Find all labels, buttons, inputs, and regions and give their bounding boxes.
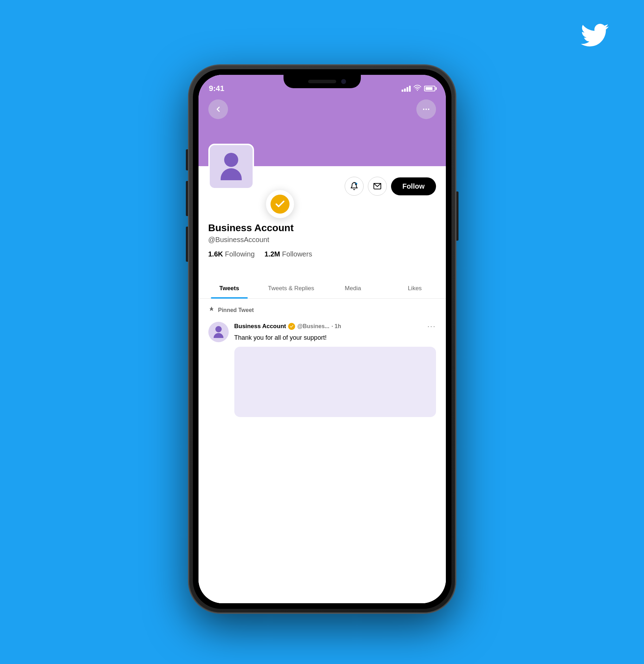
follow-button[interactable]: Follow <box>391 177 436 195</box>
more-options-button[interactable] <box>416 99 436 119</box>
verified-badge <box>271 195 290 214</box>
pinned-tweet-label: Pinned Tweet <box>199 300 446 318</box>
status-icons <box>402 85 435 93</box>
profile-name-row: Business Account <box>208 222 436 234</box>
header-nav <box>199 99 446 119</box>
tweet-verified-badge <box>288 323 295 330</box>
tweet-author-name: Business Account <box>234 323 286 330</box>
signal-bar-3 <box>406 87 408 92</box>
verified-circle <box>266 190 294 218</box>
signal-bar-1 <box>402 90 403 92</box>
profile-name: Business Account <box>208 222 294 234</box>
avatar-person-icon <box>221 153 242 180</box>
profile-tabs: Tweets Tweets & Replies Media Likes <box>199 279 446 299</box>
tab-media[interactable]: Media <box>322 279 384 298</box>
profile-info: Business Account @BusinessAccount 1.6K F… <box>208 222 436 258</box>
tweets-section: Pinned Tweet <box>199 300 446 603</box>
pinned-label-text: Pinned Tweet <box>218 307 254 313</box>
profile-avatar <box>208 144 254 189</box>
signal-icon <box>402 85 411 92</box>
tweet-handle: @Busines... <box>297 323 329 330</box>
tweet-image <box>234 347 436 417</box>
following-label: Following <box>225 250 254 258</box>
tweet-avatar-body <box>214 333 223 338</box>
followers-label: Followers <box>282 250 312 258</box>
tab-likes[interactable]: Likes <box>384 279 446 298</box>
svg-point-0 <box>417 90 418 91</box>
tweet-content: Business Account @Busines... · 1h <box>234 322 436 417</box>
tweet-text: Thank you for all of your support! <box>234 333 436 343</box>
tweet-avatar-person <box>214 326 223 338</box>
phone-inner: 9:41 <box>193 69 451 609</box>
followers-stat[interactable]: 1.2M Followers <box>265 250 312 258</box>
svg-text:+: + <box>356 183 357 185</box>
profile-handle: @BusinessAccount <box>208 236 436 244</box>
volume-silent-button <box>186 149 188 170</box>
tweet-more-options[interactable]: ··· <box>427 322 436 331</box>
tweet-time: · 1h <box>331 323 341 330</box>
svg-point-2 <box>425 109 427 110</box>
action-buttons: + Follow <box>345 177 436 196</box>
volume-up-button <box>186 181 188 216</box>
avatar-box <box>208 144 254 189</box>
avatar-body <box>221 168 242 180</box>
battery-fill <box>425 87 432 90</box>
pinned-tweet-item[interactable]: Business Account @Busines... · 1h <box>199 318 446 421</box>
tweet-avatar-head <box>215 326 222 332</box>
following-count: 1.6K <box>208 250 223 258</box>
twitter-logo <box>581 21 609 53</box>
wifi-icon <box>414 85 421 93</box>
signal-bar-2 <box>404 89 406 92</box>
front-camera <box>341 79 346 84</box>
tweet-author-info: Business Account @Busines... · 1h <box>234 323 341 330</box>
avatar-head <box>224 153 238 167</box>
power-button <box>456 191 458 241</box>
phone-notch <box>284 75 361 88</box>
phone-mockup: 9:41 <box>189 65 456 613</box>
verified-badge-popup <box>266 190 294 218</box>
back-button[interactable] <box>208 99 228 119</box>
profile-stats: 1.6K Following 1.2M Followers <box>208 250 436 258</box>
followers-count: 1.2M <box>265 250 280 258</box>
tab-tweets[interactable]: Tweets <box>199 279 260 298</box>
volume-down-button <box>186 227 188 262</box>
message-button[interactable] <box>368 177 387 196</box>
tweet-header: Business Account @Busines... · 1h <box>234 322 436 331</box>
notification-bell-button[interactable]: + <box>345 177 364 196</box>
battery-icon <box>424 86 435 91</box>
phone-screen: 9:41 <box>199 75 446 603</box>
svg-point-1 <box>423 109 424 110</box>
pin-icon <box>208 306 215 314</box>
phone-shell: 9:41 <box>189 65 456 613</box>
status-time: 9:41 <box>209 84 225 93</box>
following-stat[interactable]: 1.6K Following <box>208 250 255 258</box>
notch-speaker <box>308 80 336 83</box>
signal-bar-4 <box>409 86 411 92</box>
svg-point-3 <box>428 109 429 110</box>
tab-tweets-replies[interactable]: Tweets & Replies <box>260 279 322 298</box>
tweet-author-avatar <box>208 322 229 342</box>
